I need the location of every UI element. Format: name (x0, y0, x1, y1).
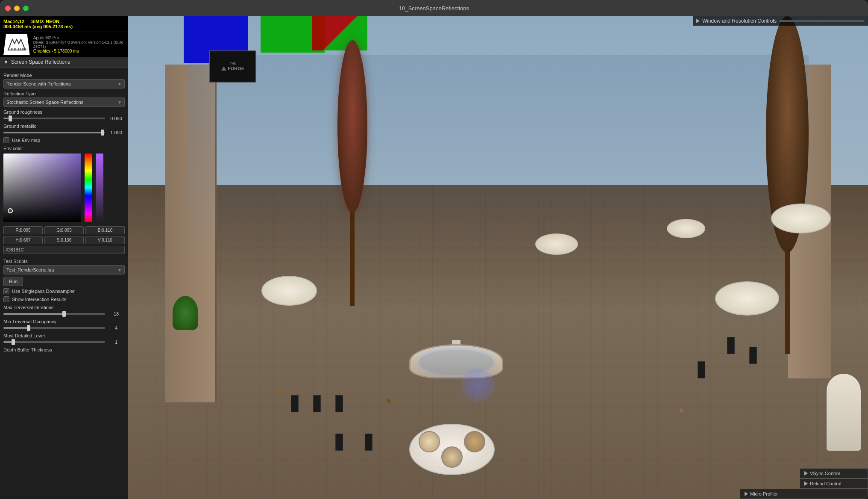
test-script-dropdown[interactable]: Test_RenderScene.lua ▼ (3, 265, 125, 275)
play-icon (696, 19, 700, 23)
scene-container: THE FORGE (128, 16, 868, 499)
reflection-type-dropdown[interactable]: Stochastic Screen Space Reflections ▼ (3, 97, 125, 107)
forge-banner-small: THE (230, 62, 236, 65)
sky-area (188, 55, 809, 272)
use-env-map-checkbox[interactable] (3, 137, 9, 143)
graphics-text: Graphics - 5.178000 ms (33, 49, 125, 53)
window-title: 10_ScreenSpaceReflections (399, 5, 469, 12)
chair-1 (291, 395, 299, 412)
min-traversal-slider-row: 4 (3, 325, 125, 331)
ground-metallic-thumb[interactable] (101, 130, 104, 136)
vsync-button[interactable]: VSync Control (800, 468, 868, 478)
color-g-value[interactable]: G:0.095 (44, 226, 84, 234)
most-detailed-track[interactable] (3, 341, 105, 343)
minimize-button[interactable] (14, 6, 20, 11)
color-s-value[interactable]: S:0.136 (44, 236, 84, 244)
ground-roughness-thumb[interactable] (9, 115, 12, 121)
max-traversal-track[interactable] (3, 313, 105, 315)
color-gradient-area[interactable] (3, 154, 81, 222)
show-intersection-row: Show Intersection Results (3, 296, 125, 302)
titlebar: 10_ScreenSpaceReflections (0, 0, 868, 16)
test-script-value: Test_RenderScene.lua (6, 267, 54, 272)
ground-roughness-track[interactable] (3, 118, 105, 119)
forge-logo-text: FORGE (228, 66, 244, 71)
ground-metallic-fill (3, 132, 103, 133)
left-panel[interactable]: Mac14,12 SIMD: NEON 004.3458 ms (avg 005… (0, 16, 128, 499)
chair-3 (335, 395, 343, 412)
max-traversal-fill (3, 313, 65, 315)
ground-metallic-track[interactable] (3, 132, 105, 133)
alpha-strip[interactable] (96, 154, 103, 222)
most-detailed-slider-row: 1 (3, 340, 125, 345)
divider-1 (3, 256, 125, 256)
vsync-label: VSync Control (810, 471, 840, 476)
reload-button[interactable]: Reload Control (800, 478, 868, 489)
render-mode-value: Render Scene with Reflections (6, 81, 70, 86)
model-text: Apple M2 Pro (33, 35, 125, 40)
plate-2 (464, 431, 485, 452)
table-mid-right (715, 281, 779, 316)
tree-canopy-left (337, 40, 367, 213)
reflection-type-arrow: ▼ (117, 100, 122, 105)
chair-8 (698, 361, 705, 378)
reflection-type-label: Reflection Type (3, 91, 125, 96)
min-traversal-fill (3, 327, 29, 329)
table-mid-left (261, 276, 317, 306)
run-button[interactable]: Run (3, 277, 23, 286)
render-mode-arrow: ▼ (117, 82, 122, 86)
max-traversal-thumb[interactable] (62, 311, 66, 317)
ssr-section-label: Screen Space Reflections (11, 59, 70, 65)
min-traversal-label: Min Traversal Occupancy (3, 319, 125, 324)
most-detailed-label: Most Detailed Level (3, 333, 125, 338)
main-window: 10_ScreenSpaceReflections Mac14,12 SIMD:… (0, 0, 868, 499)
hex-value[interactable]: #1B1B1C (3, 246, 125, 254)
depth-buffer-label: Depth Buffer Thickness (3, 347, 125, 352)
micro-profiler-button[interactable]: Micro Profiler (740, 489, 868, 499)
main-content: Mac14,12 SIMD: NEON 004.3458 ms (avg 005… (0, 16, 868, 499)
plate-3 (441, 446, 463, 468)
ground-metallic-value: 1.000 (108, 130, 125, 135)
vsync-play-icon (804, 471, 808, 475)
color-values-grid: R:0.095 G:0.095 B:0.110 H:0.667 S:0.136 … (3, 226, 125, 244)
chair-4 (335, 434, 343, 451)
forge-banner: THE FORGE (209, 50, 256, 83)
color-v-value[interactable]: V:0.110 (85, 236, 125, 244)
collapse-arrow: ▼ (3, 59, 9, 65)
most-detailed-value: 1 (108, 340, 125, 345)
table-bg-2 (667, 219, 705, 238)
max-traversal-label: Max Traversal Iterations (3, 305, 125, 310)
color-h-value[interactable]: H:0.667 (3, 236, 43, 244)
driver-text: Driver: GpuFamily7 OSVersion: Version 14… (33, 40, 125, 49)
test-scripts-label: Test Scripts (3, 259, 125, 264)
color-gradient-wrapper (3, 154, 81, 224)
color-r-value[interactable]: R:0.095 (3, 226, 43, 234)
close-button[interactable] (5, 6, 11, 11)
plant-left (173, 296, 198, 330)
min-traversal-thumb[interactable] (27, 325, 30, 331)
window-controls-bar[interactable]: Window and Resolution Controls (693, 16, 868, 26)
forge-logo-svg: THE FORGE (6, 37, 27, 52)
hue-strip[interactable] (85, 154, 92, 222)
tree-left (335, 40, 369, 306)
show-intersection-checkbox[interactable] (3, 296, 9, 302)
logo-row: THE FORGE Apple M2 Pro Driver: GpuFamily… (0, 32, 128, 57)
sys-line2: 004.3458 ms (avg 005.2178 ms) (3, 24, 125, 29)
micro-profiler-label: Micro Profiler (750, 491, 778, 496)
render-mode-dropdown[interactable]: Render Scene with Reflections ▼ (3, 79, 125, 89)
reload-play-icon (804, 481, 808, 486)
svg-text:THE FORGE: THE FORGE (10, 47, 27, 51)
far-right-object (827, 374, 861, 451)
max-traversal-value: 18 (108, 311, 125, 316)
ssr-section-header[interactable]: ▼ Screen Space Reflections (0, 57, 128, 68)
render-mode-label: Render Mode (3, 73, 125, 78)
singlepass-checkbox[interactable] (3, 288, 9, 294)
color-picker[interactable]: R:0.095 G:0.095 B:0.110 H:0.667 S:0.136 … (3, 154, 125, 254)
maximize-button[interactable] (23, 6, 29, 11)
most-detailed-thumb[interactable] (12, 339, 15, 345)
color-b-value[interactable]: B:0.110 (85, 226, 125, 234)
min-traversal-track[interactable] (3, 327, 105, 329)
table-far-right (771, 204, 831, 233)
ground-metallic-slider-row: 1.000 (3, 130, 125, 135)
simd-info: SIMD: NEON (31, 19, 59, 24)
forge-logo: THE FORGE (3, 34, 30, 55)
